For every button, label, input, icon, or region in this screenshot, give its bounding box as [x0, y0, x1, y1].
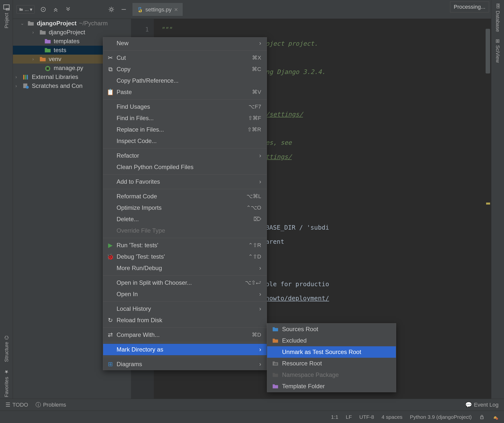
ctx-copy[interactable]: ⧉Copy⌘C [103, 64, 267, 75]
ctx-replace-in-files[interactable]: Replace in Files...⇧⌘R [103, 124, 267, 135]
tree-item-djangoproject[interactable]: › djangoProject [13, 28, 131, 37]
ctx-clean-compiled[interactable]: Clean Python Compiled Files [103, 161, 267, 173]
ctx-optimize-imports[interactable]: Optimize Imports⌃⌥O [103, 202, 267, 213]
lock-icon[interactable] [479, 414, 485, 420]
ctx-refactor[interactable]: Refactor› [103, 150, 267, 161]
sub-template-folder[interactable]: Template Folder [267, 381, 396, 392]
svg-rect-17 [274, 364, 277, 365]
ctx-run-tests[interactable]: ▶Run 'Test: tests'⌃⇧R [103, 240, 267, 251]
submenu-arrow-icon: › [259, 265, 261, 272]
submenu-arrow-icon: › [259, 40, 261, 47]
svg-rect-9 [23, 75, 24, 80]
svg-rect-11 [27, 75, 28, 80]
project-tool-tab[interactable]: Project [1, 0, 12, 32]
locate-icon[interactable] [40, 6, 47, 13]
ctx-label: More Run/Debug [117, 265, 162, 272]
tree-root[interactable]: ⌄ djangoProject ~/Pycharm [13, 19, 131, 28]
ctx-copy-path[interactable]: Copy Path/Reference... [103, 75, 267, 86]
todo-tool-button[interactable]: ☰TODO [5, 402, 28, 408]
editor-tab-bar: settings.py ✕ Processing... [131, 0, 491, 19]
sub-unmark-test-sources[interactable]: Unmark as Test Sources Root [267, 346, 396, 358]
warning-marker[interactable] [486, 203, 490, 205]
minimize-icon[interactable] [120, 6, 127, 13]
close-tab-icon[interactable]: ✕ [174, 7, 178, 13]
ide-status-icon[interactable] [492, 414, 499, 420]
submenu-arrow-icon: › [259, 291, 261, 298]
sciview-tool-tab[interactable]: ⊞ SciView [493, 35, 502, 66]
ctx-label: Reformat Code [117, 193, 157, 200]
ctx-compare[interactable]: ⇄Compare With...⌘D [103, 329, 267, 341]
sub-namespace-package: Namespace Package [267, 369, 396, 381]
separator [103, 50, 267, 51]
ctx-reformat[interactable]: Reformat Code⌥⌘L [103, 191, 267, 202]
sub-sources-root[interactable]: Sources Root [267, 323, 396, 335]
separator [103, 99, 267, 100]
tree-root-path: ~/Pycharm [79, 20, 108, 27]
sciview-icon: ⊞ [495, 39, 501, 43]
sub-label: Template Folder [282, 383, 325, 390]
folder-purple-icon [44, 38, 51, 44]
shortcut: ⌥⌘L [247, 193, 261, 200]
structure-tool-tab[interactable]: Structure ⌬ [2, 332, 11, 365]
compare-icon: ⇄ [107, 332, 114, 338]
python-interpreter[interactable]: Python 3.9 (djangoProject) [410, 414, 472, 420]
favorites-tool-tab[interactable]: Favorites ★ [2, 365, 11, 401]
database-tool-tab[interactable]: 🗄 Database [493, 0, 502, 35]
ctx-add-favorites[interactable]: Add to Favorites› [103, 176, 267, 187]
problems-tool-button[interactable]: ⓘProblems [36, 401, 66, 409]
ctx-label: Inspect Code... [117, 138, 157, 144]
scratches-icon [22, 83, 29, 89]
sub-resource-root[interactable]: Resource Root [267, 358, 396, 369]
svg-rect-7 [122, 9, 126, 9]
sub-label: Sources Root [282, 326, 318, 333]
ctx-new[interactable]: New› [103, 37, 267, 49]
editor-scrollbar[interactable] [486, 19, 490, 399]
editor-tab-settings[interactable]: settings.py ✕ [132, 3, 183, 16]
ctx-debug-tests[interactable]: 🐞Debug 'Test: tests'⌃⇧D [103, 251, 267, 262]
ctx-delete[interactable]: Delete...⌦ [103, 213, 267, 225]
scrollbar-thumb[interactable] [486, 29, 490, 73]
separator [103, 238, 267, 238]
ctx-diagrams[interactable]: ⊞Diagrams› [103, 358, 267, 370]
run-icon: ▶ [107, 242, 114, 248]
database-icon: 🗄 [495, 3, 501, 9]
ctx-local-history[interactable]: Local History› [103, 303, 267, 315]
separator [103, 301, 267, 302]
line-separator[interactable]: LF [346, 414, 352, 420]
ctx-paste[interactable]: 📋Paste⌘V [103, 86, 267, 98]
svg-rect-10 [25, 75, 26, 80]
file-encoding[interactable]: UTF-8 [359, 414, 374, 420]
separator [103, 174, 267, 175]
gear-icon[interactable] [108, 6, 115, 13]
ctx-label: Reload from Disk [117, 317, 162, 324]
collapse-all-icon[interactable] [64, 6, 72, 13]
event-log-button[interactable]: 💬Event Log [465, 402, 499, 408]
indent-setting[interactable]: 4 spaces [381, 414, 402, 420]
ctx-find-in-files[interactable]: Find in Files...⇧⌘F [103, 112, 267, 124]
caret-position[interactable]: 1:1 [331, 414, 338, 420]
submenu-arrow-icon: › [259, 178, 261, 185]
tree-item-label: tests [54, 47, 66, 54]
ctx-mark-directory[interactable]: Mark Directory as› [103, 344, 267, 355]
ctx-cut[interactable]: ✂Cut⌘X [103, 52, 267, 64]
ctx-open-split[interactable]: Open in Split with Chooser...⌥⇧⮐ [103, 277, 267, 288]
project-panel-toolbar: ... ▾ [13, 0, 131, 19]
project-view-dropdown[interactable]: ... ▾ [16, 5, 35, 14]
event-log-label: Event Log [474, 402, 499, 408]
info-icon: ⓘ [36, 401, 41, 409]
ctx-more-run[interactable]: More Run/Debug› [103, 262, 267, 274]
libraries-icon [22, 74, 29, 80]
ctx-label: Open in Split with Chooser... [117, 279, 192, 286]
sciview-tool-label: SciView [495, 45, 501, 63]
folder-dim-icon [272, 372, 279, 378]
ctx-find-usages[interactable]: Find Usages⌥F7 [103, 101, 267, 112]
sub-excluded[interactable]: Excluded [267, 335, 396, 346]
ctx-inspect-code[interactable]: Inspect Code... [103, 135, 267, 147]
shortcut: ⌃⇧D [248, 253, 261, 260]
ctx-reload[interactable]: ↻Reload from Disk [103, 315, 267, 326]
expand-all-icon[interactable] [52, 6, 59, 13]
cut-icon: ✂ [107, 55, 114, 61]
shortcut: ⌃⇧R [248, 242, 261, 248]
ctx-open-in[interactable]: Open In› [103, 288, 267, 300]
blank-icon [272, 349, 279, 355]
